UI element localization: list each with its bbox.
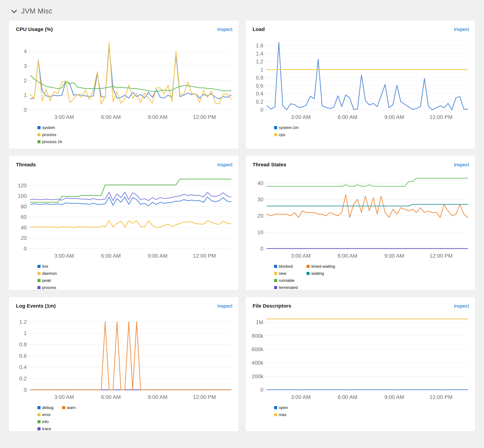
legend-label-process: process bbox=[42, 132, 56, 137]
inspect-link-cpu-usage[interactable]: Inspect bbox=[217, 27, 232, 32]
legend-column: openmax bbox=[274, 405, 288, 417]
x-tick-label: 3:00 AM bbox=[291, 394, 311, 400]
legend-swatch-waiting bbox=[306, 272, 310, 275]
y-tick-label: 0.4 bbox=[256, 91, 263, 97]
panel-title-log-events-1m: Log Events (1m) bbox=[16, 303, 56, 309]
panel-header: Log Events (1m) Inspect bbox=[14, 302, 234, 309]
chart-legend: livedaemonpeakprocess bbox=[38, 264, 234, 290]
y-tick-label: 0.2 bbox=[19, 376, 27, 382]
legend-label-runnable: runnable bbox=[279, 278, 294, 283]
inspect-link-file-descriptors[interactable]: Inspect bbox=[454, 303, 469, 309]
inspect-link-threads[interactable]: Inspect bbox=[217, 162, 232, 168]
y-tick-label: 80 bbox=[21, 203, 27, 209]
series-line-process bbox=[31, 192, 231, 201]
legend-swatch-cpu bbox=[274, 133, 277, 136]
x-tick-label: 3:00 AM bbox=[291, 253, 311, 259]
x-tick-label: 6:00 AM bbox=[338, 394, 357, 400]
x-tick-label: 6:00 AM bbox=[338, 114, 357, 120]
panel-header: Load Inspect bbox=[250, 25, 470, 32]
x-tick-label: 6:00 AM bbox=[338, 253, 357, 259]
series-line-system-1m bbox=[267, 42, 468, 110]
panel-header: File Descriptors Inspect bbox=[250, 302, 470, 309]
x-tick-label: 9:00 AM bbox=[148, 394, 167, 400]
legend-swatch-info bbox=[38, 420, 40, 423]
y-tick-label: 0.2 bbox=[256, 99, 263, 105]
legend-swatch-runnable bbox=[274, 279, 277, 282]
legend-swatch-process-1h bbox=[38, 140, 40, 143]
legend-column: blockednewrunnableterminated bbox=[274, 264, 298, 290]
x-tick-label: 12:00 PM bbox=[193, 253, 216, 259]
panel-title-thread-states: Thread States bbox=[253, 162, 286, 168]
y-tick-label: 0.6 bbox=[19, 353, 27, 359]
y-tick-label: 1 bbox=[260, 67, 263, 73]
legend-label-process-1h: process-1h bbox=[42, 139, 62, 144]
legend-item-warn: warn bbox=[62, 405, 76, 410]
x-tick-label: 9:00 AM bbox=[384, 253, 404, 259]
y-tick-label: 0 bbox=[24, 107, 27, 113]
x-tick-label: 3:00 AM bbox=[54, 253, 74, 259]
y-tick-label: 2 bbox=[24, 78, 27, 84]
legend-item-timed-waiting: timed-waiting bbox=[306, 264, 335, 269]
legend-column: systemprocessprocess-1h bbox=[38, 125, 62, 144]
y-tick-label: 0 bbox=[260, 246, 263, 252]
legend-column: warn bbox=[62, 405, 76, 410]
legend-label-live: live bbox=[42, 264, 48, 269]
legend-swatch-new bbox=[274, 272, 277, 275]
legend-swatch-debug bbox=[38, 406, 40, 409]
legend-swatch-process bbox=[38, 133, 40, 136]
y-tick-label: 1M bbox=[256, 319, 263, 325]
x-tick-label: 9:00 AM bbox=[148, 253, 167, 259]
panel-title-load: Load bbox=[253, 26, 265, 32]
legend-item-open: open bbox=[274, 405, 288, 410]
legend-item-runnable: runnable bbox=[274, 278, 298, 283]
legend-label-trace: trace bbox=[42, 426, 51, 431]
legend-swatch-live bbox=[38, 265, 40, 268]
legend-item-trace: trace bbox=[38, 426, 54, 431]
x-tick-label: 6:00 AM bbox=[101, 114, 121, 120]
legend-label-timed-waiting: timed-waiting bbox=[311, 264, 335, 269]
legend-label-blocked: blocked bbox=[279, 264, 293, 269]
y-tick-label: 40 bbox=[257, 180, 263, 186]
x-tick-label: 9:00 AM bbox=[148, 114, 167, 120]
legend-label-warn: warn bbox=[67, 405, 76, 410]
panel-load: Load Inspect 00.20.40.60.811.21.41.63:00… bbox=[245, 20, 475, 149]
y-tick-label: 1.4 bbox=[256, 51, 263, 57]
line-chart: 0200k400k600k800k1M3:00 AM6:00 AM9:00 AM… bbox=[250, 313, 470, 401]
x-tick-label: 12:00 PM bbox=[429, 114, 453, 120]
x-tick-label: 12:00 PM bbox=[193, 114, 216, 120]
y-tick-label: 20 bbox=[21, 235, 27, 241]
x-tick-label: 6:00 AM bbox=[101, 394, 121, 400]
legend-label-info: info bbox=[42, 419, 49, 424]
legend-item-terminated: terminated bbox=[274, 285, 298, 290]
panels-grid: CPU Usage (%) Inspect 012343:00 AM6:00 A… bbox=[9, 20, 475, 431]
legend-label-new: new bbox=[279, 271, 286, 276]
x-tick-label: 9:00 AM bbox=[384, 114, 404, 120]
panel-header: Threads Inspect bbox=[14, 161, 234, 168]
series-line-peak bbox=[31, 179, 231, 202]
panel-cpu-usage: CPU Usage (%) Inspect 012343:00 AM6:00 A… bbox=[9, 20, 239, 149]
legend-item-live: live bbox=[38, 264, 57, 269]
section-title: JVM Misc bbox=[21, 7, 52, 15]
legend-column: system-1mcpu bbox=[274, 125, 298, 137]
line-chart: 0204060801001203:00 AM6:00 AM9:00 AM12:0… bbox=[14, 172, 234, 260]
y-tick-label: 10 bbox=[257, 229, 263, 235]
chevron-down-icon bbox=[11, 10, 17, 14]
y-tick-label: 0.8 bbox=[19, 341, 27, 347]
y-tick-label: 60 bbox=[21, 214, 27, 220]
inspect-link-load[interactable]: Inspect bbox=[454, 27, 469, 32]
legend-label-debug: debug bbox=[42, 405, 54, 410]
y-tick-label: 0.6 bbox=[256, 83, 263, 89]
legend-item-daemon: daemon bbox=[38, 271, 57, 276]
legend-column: livedaemonpeakprocess bbox=[38, 264, 57, 290]
legend-item-max: max bbox=[274, 412, 288, 417]
y-tick-label: 0 bbox=[24, 387, 27, 393]
y-tick-label: 1 bbox=[24, 330, 27, 336]
chart-legend: blockednewrunnableterminatedtimed-waitin… bbox=[274, 264, 470, 290]
legend-swatch-system bbox=[38, 126, 40, 129]
x-tick-label: 3:00 AM bbox=[291, 114, 311, 120]
inspect-link-log-events-1m[interactable]: Inspect bbox=[217, 303, 232, 309]
inspect-link-thread-states[interactable]: Inspect bbox=[454, 162, 469, 168]
x-tick-label: 9:00 AM bbox=[384, 394, 404, 400]
y-tick-label: 800k bbox=[252, 333, 264, 339]
section-header-jvm-misc[interactable]: JVM Misc bbox=[9, 5, 475, 20]
